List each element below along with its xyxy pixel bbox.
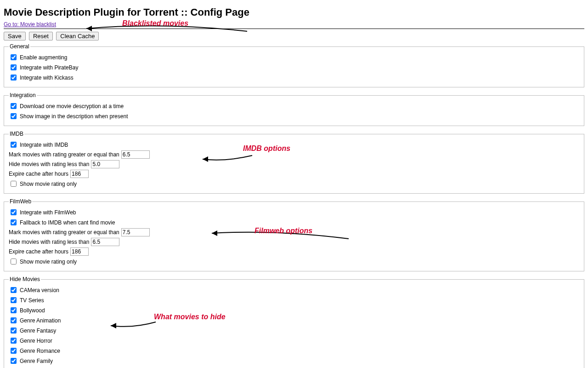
checkbox-fallback-imdb[interactable] xyxy=(11,219,17,225)
hide-movies-checkbox-3[interactable] xyxy=(11,317,17,323)
input-filmweb-mark[interactable] xyxy=(121,228,150,236)
hide-movies-label-1: TV Series xyxy=(20,297,44,304)
hide-movies-checkbox-5[interactable] xyxy=(11,338,17,344)
label-show-image: Show image in the description when prese… xyxy=(20,113,128,120)
fieldset-general: General Enable augmenting Integrate with… xyxy=(4,43,584,87)
save-button[interactable]: Save xyxy=(4,32,26,40)
label-imdb-mark: Mark movies with rating greater or equal… xyxy=(9,151,119,158)
hide-movies-checkbox-1[interactable] xyxy=(11,297,17,303)
label-filmweb-rating-only: Show movie rating only xyxy=(20,259,77,265)
label-imdb-cache: Expire cache after hours xyxy=(9,171,68,177)
legend-general: General xyxy=(9,43,30,50)
clean-cache-button[interactable]: Clean Cache xyxy=(56,32,99,40)
input-filmweb-hide[interactable] xyxy=(91,238,119,246)
checkbox-enable-augmenting[interactable] xyxy=(11,54,17,60)
legend-imdb: IMDB xyxy=(9,131,24,137)
hide-movies-label-3: Genre Animation xyxy=(20,317,61,324)
hide-movies-checkbox-6[interactable] xyxy=(11,348,17,354)
label-enable-augmenting: Enable augmenting xyxy=(20,54,67,61)
hide-movies-label-7: Genre Family xyxy=(20,358,53,364)
hide-movies-label-5: Genre Horror xyxy=(20,338,52,344)
fieldset-filmweb: FilmWeb Integrate with FilmWeb Fallback … xyxy=(4,198,584,271)
label-integrate-imdb: Integrate with IMDB xyxy=(20,142,68,148)
hide-movies-label-4: Genre Fantasy xyxy=(20,328,56,334)
checkbox-imdb-rating-only[interactable] xyxy=(11,181,17,187)
hide-movies-checkbox-7[interactable] xyxy=(11,358,17,364)
label-imdb-rating-only: Show movie rating only xyxy=(20,181,77,187)
page-title: Movie Description Plugin for Torrent :: … xyxy=(4,6,584,18)
hide-movies-checkbox-4[interactable] xyxy=(11,328,17,334)
fieldset-integration: Integration Download one movie descrypti… xyxy=(4,92,584,126)
label-integrate-piratebay: Integrate with PirateBay xyxy=(20,64,78,71)
label-integrate-kickass: Integrate with Kickass xyxy=(20,75,74,81)
legend-filmweb: FilmWeb xyxy=(9,198,32,205)
checkbox-integrate-imdb[interactable] xyxy=(11,142,17,148)
label-download-one: Download one movie descryption at a time xyxy=(20,103,124,109)
legend-integration: Integration xyxy=(9,92,37,98)
fieldset-imdb: IMDB Integrate with IMDB Mark movies wit… xyxy=(4,131,584,194)
checkbox-show-image[interactable] xyxy=(11,113,17,119)
hide-movies-checkbox-0[interactable] xyxy=(11,287,17,293)
checkbox-integrate-filmweb[interactable] xyxy=(11,209,17,215)
hide-movies-label-2: Bollywood xyxy=(20,307,45,314)
hide-movies-label-6: Genre Romance xyxy=(20,348,60,354)
input-imdb-mark[interactable] xyxy=(121,150,150,159)
legend-hide-movies: Hide Movies xyxy=(9,276,41,282)
hide-movies-checkbox-2[interactable] xyxy=(11,307,17,313)
reset-button[interactable]: Reset xyxy=(29,32,53,40)
label-fallback-imdb: Fallback to IMDB when cant find movie xyxy=(20,219,115,226)
label-filmweb-mark: Mark movies with rating greater or equal… xyxy=(9,229,119,236)
input-imdb-cache[interactable] xyxy=(70,170,89,178)
blacklist-link[interactable]: Go to: Movie blacklist xyxy=(4,21,56,28)
checkbox-integrate-kickass[interactable] xyxy=(11,75,17,80)
label-integrate-filmweb: Integrate with FilmWeb xyxy=(20,209,76,216)
input-imdb-hide[interactable] xyxy=(91,160,119,168)
fieldset-hide-movies: Hide Movies CAMera versionTV SeriesBolly… xyxy=(4,276,584,368)
annotation-blacklist: Blacklisted movies xyxy=(122,19,188,28)
label-imdb-hide: Hide movies with rating less than xyxy=(9,161,89,167)
label-filmweb-cache: Expire cache after hours xyxy=(9,248,68,255)
checkbox-download-one[interactable] xyxy=(11,103,17,109)
label-filmweb-hide: Hide movies with rating less than xyxy=(9,239,89,245)
input-filmweb-cache[interactable] xyxy=(70,247,89,256)
checkbox-integrate-piratebay[interactable] xyxy=(11,64,17,70)
checkbox-filmweb-rating-only[interactable] xyxy=(11,259,17,264)
hide-movies-label-0: CAMera version xyxy=(20,287,59,293)
